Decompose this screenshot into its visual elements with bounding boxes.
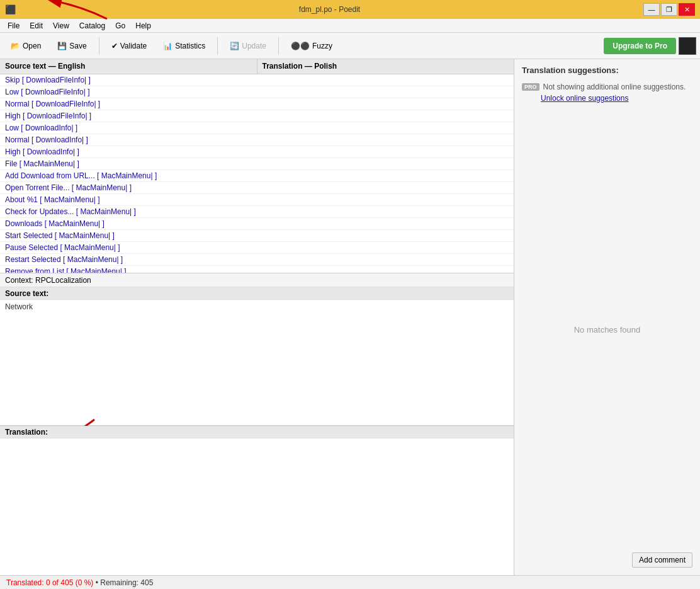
list-item[interactable]: Downloads [ MacMainMenu| ] <box>0 218 514 230</box>
translation-label-text: Translation: <box>5 428 48 437</box>
statistics-icon: 📊 <box>163 42 172 50</box>
fuzzy-button[interactable]: ⚫⚫ Fuzzy <box>284 36 339 56</box>
statistics-button[interactable]: 📊 Statistics <box>156 36 212 56</box>
window-title: fdm_pl.po - Poedit <box>16 5 643 14</box>
menu-view[interactable]: View <box>48 20 74 31</box>
list-item[interactable]: Normal [ DownloadFileInfo| ] <box>0 98 514 110</box>
list-item[interactable]: Restart Selected [ MacMainMenu| ] <box>0 254 514 266</box>
menu-file[interactable]: File <box>3 20 25 31</box>
list-header: Source text — English Translation — Poli… <box>0 59 514 74</box>
menu-catalog[interactable]: Catalog <box>74 20 110 31</box>
menu-help[interactable]: Help <box>130 20 156 31</box>
context-label: Context: RPCLocalization <box>5 276 91 285</box>
validate-label: Validate <box>120 42 147 50</box>
toolbar: 📂 Open 💾 Save ✔ Validate 📊 Statistics 🔄 … <box>0 33 700 59</box>
list-item[interactable]: Add Download from URL... [ MacMainMenu| … <box>0 170 514 182</box>
right-panel: Translation suggestions: PRO Not showing… <box>514 59 700 575</box>
open-button[interactable]: 📂 Open <box>4 36 48 56</box>
open-label: Open <box>23 42 41 50</box>
update-label: Update <box>242 42 266 50</box>
title-bar: ⬛ fdm_pl.po - Poedit — ❐ ✕ <box>0 0 700 19</box>
unlock-link[interactable]: Unlock online suggestions <box>522 94 692 103</box>
edit-area: Context: RPCLocalization Source text: <box>0 273 514 575</box>
source-text-box[interactable]: Network <box>0 300 514 426</box>
menu-go[interactable]: Go <box>110 20 130 31</box>
source-col-header: Source text — English <box>0 59 257 74</box>
list-item[interactable]: Skip [ DownloadFileInfo| ] <box>0 74 514 86</box>
statistics-label: Statistics <box>175 42 205 50</box>
list-item[interactable]: Low [ DownloadInfo| ] <box>0 122 514 134</box>
translated-count: 0 <box>46 578 50 587</box>
translated-pct: 0 % <box>78 578 91 587</box>
source-text: Network <box>5 302 33 311</box>
translation-label: Translation: <box>0 426 514 438</box>
restore-button[interactable]: ❐ <box>661 3 677 16</box>
update-icon: 🔄 <box>230 42 239 50</box>
string-list[interactable]: Skip [ DownloadFileInfo| ] Low [ Downloa… <box>0 74 514 273</box>
minimize-button[interactable]: — <box>643 3 660 16</box>
translation-col-header: Translation — Polish <box>257 59 514 74</box>
list-item[interactable]: Remove from List [ MacMainMenu| ] <box>0 266 514 273</box>
main-content: Source text — English Translation — Poli… <box>0 59 700 575</box>
fuzzy-icon: ⚫⚫ <box>291 42 310 50</box>
source-label-text: Source text: <box>5 289 48 298</box>
remaining-count: 405 <box>140 578 153 587</box>
save-label: Save <box>69 42 86 50</box>
separator-1 <box>99 37 99 55</box>
close-button[interactable]: ✕ <box>679 3 695 16</box>
update-button[interactable]: 🔄 Update <box>223 36 273 56</box>
source-label: Source text: <box>0 287 514 300</box>
fuzzy-label: Fuzzy <box>312 42 332 50</box>
suggestions-header: Translation suggestions: <box>514 59 700 79</box>
pro-badge-row: PRO Not showing additional online sugges… <box>522 83 692 91</box>
translation-area-wrapper <box>0 438 514 575</box>
list-item[interactable]: File [ MacMainMenu| ] <box>0 158 514 170</box>
translation-text-box[interactable] <box>0 438 514 575</box>
upgrade-button[interactable]: Upgrade to Pro <box>604 38 676 54</box>
translated-status: Translated: 0 of 405 (0 %) <box>6 578 93 587</box>
status-text: Translated: 0 of 405 (0 %) • Remaining: … <box>6 578 153 587</box>
context-bar: Context: RPCLocalization <box>0 273 514 287</box>
validate-icon: ✔ <box>111 42 118 50</box>
pro-notice-text: Not showing additional online suggestion… <box>543 83 686 91</box>
app-icon: ⬛ <box>5 4 16 14</box>
list-item[interactable]: Check for Updates... [ MacMainMenu| ] <box>0 206 514 218</box>
pro-badge: PRO <box>522 83 539 91</box>
menu-bar: File Edit View Catalog Go Help <box>0 19 700 33</box>
list-item[interactable]: Pause Selected [ MacMainMenu| ] <box>0 242 514 254</box>
list-item[interactable]: Open Torrent File... [ MacMainMenu| ] <box>0 182 514 194</box>
list-item[interactable]: High [ DownloadFileInfo| ] <box>0 110 514 122</box>
list-item[interactable]: Start Selected [ MacMainMenu| ] <box>0 230 514 242</box>
open-icon: 📂 <box>11 42 20 50</box>
list-item[interactable]: Low [ DownloadFileInfo| ] <box>0 86 514 98</box>
save-icon: 💾 <box>57 42 67 50</box>
separator-2 <box>217 37 218 55</box>
list-item[interactable]: Normal [ DownloadInfo| ] <box>0 134 514 146</box>
string-list-container: Source text — English Translation — Poli… <box>0 59 514 273</box>
save-button[interactable]: 💾 Save <box>50 36 93 56</box>
validate-button[interactable]: ✔ Validate <box>104 36 154 56</box>
pro-notice: PRO Not showing additional online sugges… <box>522 83 692 103</box>
no-matches: No matches found <box>514 106 700 552</box>
list-item[interactable]: High [ DownloadInfo| ] <box>0 146 514 158</box>
source-area-wrapper: Network <box>0 300 514 426</box>
status-bar: Translated: 0 of 405 (0 %) • Remaining: … <box>0 575 700 589</box>
separator-3 <box>278 37 279 55</box>
list-item[interactable]: About %1 [ MacMainMenu| ] <box>0 194 514 206</box>
total-count: 405 <box>60 578 73 587</box>
left-panel: Source text — English Translation — Poli… <box>0 59 514 575</box>
menu-edit[interactable]: Edit <box>25 20 48 31</box>
color-swatch <box>679 37 696 55</box>
remaining-status: Remaining: 405 <box>100 578 153 587</box>
add-comment-button[interactable]: Add comment <box>632 552 692 568</box>
